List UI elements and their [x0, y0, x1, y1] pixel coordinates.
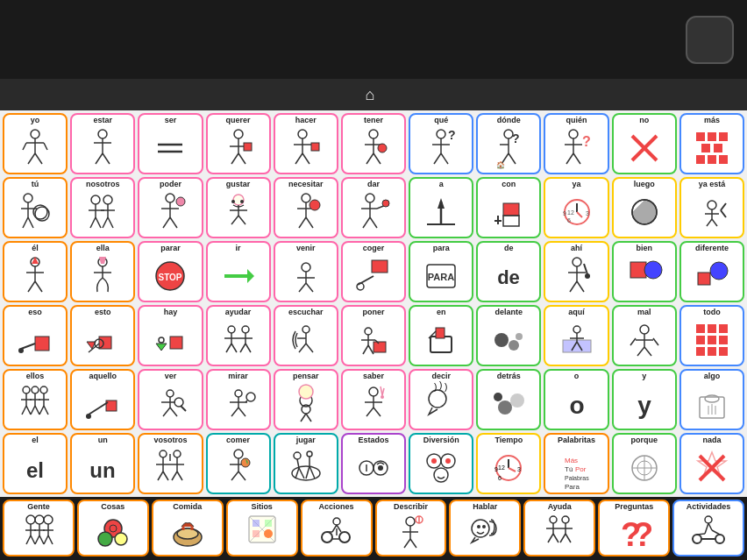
cell-aquí[interactable]: aquí	[544, 305, 608, 366]
cell-ver[interactable]: ver	[138, 369, 203, 430]
cell-Estados[interactable]: Estados	[341, 433, 406, 494]
svg-text:?: ?	[512, 131, 520, 145]
cell-a[interactable]: a	[409, 177, 473, 238]
cell-en[interactable]: en	[409, 305, 473, 366]
cat-cell-Sitios[interactable]: Sitios	[226, 500, 298, 556]
cat-cell-Cosas[interactable]: Cosas	[77, 500, 149, 556]
cell-tú[interactable]: tú	[3, 177, 68, 238]
cell-de[interactable]: de de	[476, 241, 541, 302]
cell-poner[interactable]: poner	[341, 305, 406, 366]
cell-nosotros[interactable]: nosotros	[70, 177, 135, 238]
cell-yo[interactable]: yo	[3, 113, 68, 174]
cell-poder[interactable]: poder	[138, 177, 203, 238]
cell-Tiempo[interactable]: Tiempo 12 6 9 3	[476, 433, 541, 494]
cell-qué[interactable]: qué ?	[409, 113, 473, 174]
close-button[interactable]	[686, 16, 734, 64]
cell-label-querer: querer	[210, 117, 267, 125]
cell-ir[interactable]: ir	[206, 241, 271, 302]
cell-querer[interactable]: querer	[206, 113, 271, 174]
cat-cell-Preguntas[interactable]: Preguntas ? ?	[598, 500, 670, 556]
svg-point-396	[705, 516, 712, 523]
cell-pensar[interactable]: pensar	[274, 369, 338, 430]
cell-un[interactable]: un un	[70, 433, 135, 494]
cat-cell-Describir[interactable]: Describir	[375, 500, 447, 556]
cell-el[interactable]: el el	[3, 433, 68, 494]
cell-bien[interactable]: bien	[612, 241, 677, 302]
cell-icon-ya: 12 6 9 3	[547, 189, 605, 235]
cell-ahí[interactable]: ahí	[544, 241, 608, 302]
svg-line-234	[39, 406, 44, 415]
cell-parar[interactable]: parar STOP	[138, 241, 203, 302]
cell-saber[interactable]: saber	[341, 369, 406, 430]
cell-no[interactable]: no	[612, 113, 677, 174]
cell-ellos[interactable]: ellos	[3, 369, 68, 430]
cell-decir[interactable]: decir ) ) )	[409, 369, 473, 430]
cell-delante[interactable]: delante	[476, 305, 541, 366]
cell-vosotros[interactable]: vosotros	[138, 433, 203, 494]
cell-él[interactable]: él	[3, 241, 68, 302]
cat-cell-Gente[interactable]: Gente	[3, 500, 75, 556]
cell-icon-ya está	[683, 189, 741, 235]
cell-ya[interactable]: ya 12 6 9 3	[544, 177, 608, 238]
cell-mirar[interactable]: mirar	[206, 369, 271, 430]
svg-text:9: 9	[494, 466, 498, 472]
cell-hay[interactable]: hay	[138, 305, 203, 366]
cell-hacer[interactable]: hacer	[274, 113, 338, 174]
cat-cell-Ayuda[interactable]: Ayuda	[523, 500, 595, 556]
cell-diferente[interactable]: diferente	[679, 241, 744, 302]
cell-mal[interactable]: mal	[612, 305, 677, 366]
cell-tener[interactable]: tener	[341, 113, 406, 174]
svg-point-355	[115, 533, 127, 545]
cell-esto[interactable]: esto	[70, 305, 135, 366]
cat-cell-Hablar[interactable]: Hablar	[449, 500, 521, 556]
cell-Palabritas[interactable]: Palabritas Más Tú Por Palabras Para	[544, 433, 608, 494]
cat-cell-Acciones[interactable]: Acciones	[301, 500, 373, 556]
cell-aquello[interactable]: aquello	[70, 369, 135, 430]
cell-Diversión[interactable]: Diversión	[409, 433, 473, 494]
cat-label-Describir: Describir	[379, 503, 444, 512]
cell-icon-estar	[74, 125, 132, 171]
cell-escuchar[interactable]: escuchar	[274, 305, 338, 366]
cell-para[interactable]: para PARA	[409, 241, 473, 302]
cell-todo[interactable]: todo	[679, 305, 744, 366]
cell-coger[interactable]: coger	[341, 241, 406, 302]
cell-comer[interactable]: comer	[206, 433, 271, 494]
cell-dónde[interactable]: dónde ? 🏠	[476, 113, 541, 174]
cell-ya está[interactable]: ya está	[679, 177, 744, 238]
cell-algo[interactable]: algo	[679, 369, 744, 430]
cell-gustar[interactable]: gustar	[206, 177, 271, 238]
cell-ser[interactable]: ser	[138, 113, 203, 174]
svg-line-81	[163, 217, 170, 228]
cell-o[interactable]: o o	[544, 369, 608, 430]
cat-cell-Actividades[interactable]: Actividades	[672, 500, 744, 556]
cell-necesitar[interactable]: necesitar	[274, 177, 338, 238]
cell-estar[interactable]: estar	[70, 113, 135, 174]
cell-y[interactable]: y y	[612, 369, 677, 430]
svg-text:Palabras: Palabras	[565, 475, 589, 481]
svg-line-48	[566, 153, 573, 164]
cell-porque[interactable]: porque	[612, 433, 677, 494]
cell-ayudar[interactable]: ayudar	[206, 305, 271, 366]
cell-nada[interactable]: nada	[679, 433, 744, 494]
cell-jugar[interactable]: jugar	[274, 433, 338, 494]
cell-label-ella: ella	[74, 245, 132, 253]
cell-venir[interactable]: venir	[274, 241, 338, 302]
cell-dar[interactable]: dar	[341, 177, 406, 238]
cat-cell-Comida[interactable]: Comida	[152, 500, 224, 556]
svg-point-398	[715, 535, 724, 543]
cell-quién[interactable]: quién ?	[544, 113, 608, 174]
cell-label-ahí: ahí	[547, 245, 605, 253]
cat-icon-Acciones	[304, 512, 369, 553]
cell-detrás[interactable]: detrás	[476, 369, 541, 430]
svg-line-306	[299, 468, 304, 478]
cell-icon-él	[6, 253, 64, 299]
cell-ella[interactable]: ella	[70, 241, 135, 302]
svg-point-45	[569, 130, 578, 138]
svg-rect-161	[35, 337, 49, 351]
cell-eso[interactable]: eso	[3, 305, 68, 366]
cell-con[interactable]: con	[476, 177, 541, 238]
cell-icon-para: PARA	[412, 253, 470, 299]
cell-más[interactable]: más	[679, 113, 744, 174]
svg-point-375	[406, 517, 415, 526]
cell-luego[interactable]: luego	[612, 177, 677, 238]
